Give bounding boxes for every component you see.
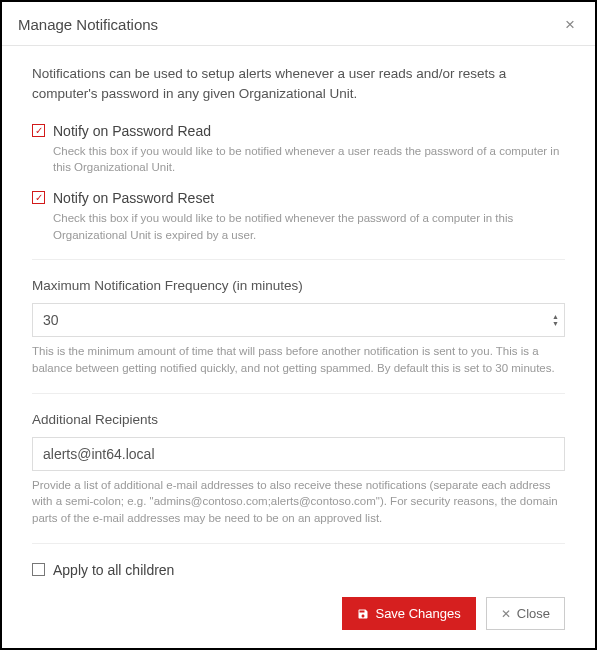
dialog-header: Manage Notifications × — [2, 2, 595, 46]
notify-reset-checkbox[interactable]: ✓ Notify on Password Reset — [32, 190, 565, 206]
dialog-footer: Save Changes ✕ Close — [2, 585, 595, 648]
apply-children-checkbox[interactable]: Apply to all children — [32, 562, 565, 578]
notify-read-help: Check this box if you would like to be n… — [53, 143, 565, 176]
dialog-body: Notifications can be used to setup alert… — [2, 46, 595, 585]
close-icon[interactable]: × — [561, 14, 579, 35]
chevron-up-icon[interactable]: ▲ — [550, 313, 561, 320]
frequency-input-wrap: ▲ ▼ — [32, 303, 565, 337]
dialog-title: Manage Notifications — [18, 16, 158, 33]
close-icon: ✕ — [501, 607, 511, 621]
close-button[interactable]: ✕ Close — [486, 597, 565, 630]
close-button-label: Close — [517, 606, 550, 621]
save-icon — [357, 608, 369, 620]
checkbox-empty-icon — [32, 563, 45, 576]
checkbox-checked-icon: ✓ — [32, 124, 45, 137]
notify-reset-help: Check this box if you would like to be n… — [53, 210, 565, 243]
apply-children-row: Apply to all children Check this box to … — [32, 562, 565, 585]
frequency-help: This is the minimum amount of time that … — [32, 343, 565, 376]
manage-notifications-dialog: Manage Notifications × Notifications can… — [2, 2, 595, 648]
recipients-label: Additional Recipients — [32, 412, 565, 427]
divider — [32, 259, 565, 260]
intro-text: Notifications can be used to setup alert… — [32, 64, 565, 105]
notify-reset-label: Notify on Password Reset — [53, 190, 214, 206]
checkbox-checked-icon: ✓ — [32, 191, 45, 204]
chevron-down-icon[interactable]: ▼ — [550, 320, 561, 327]
apply-children-label: Apply to all children — [53, 562, 174, 578]
divider — [32, 393, 565, 394]
notify-read-label: Notify on Password Read — [53, 123, 211, 139]
recipients-input[interactable] — [32, 437, 565, 471]
notify-reset-row: ✓ Notify on Password Reset Check this bo… — [32, 190, 565, 243]
notify-read-row: ✓ Notify on Password Read Check this box… — [32, 123, 565, 176]
frequency-label: Maximum Notification Frequency (in minut… — [32, 278, 565, 293]
frequency-input[interactable] — [32, 303, 565, 337]
number-stepper[interactable]: ▲ ▼ — [550, 313, 561, 327]
divider — [32, 543, 565, 544]
recipients-help: Provide a list of additional e-mail addr… — [32, 477, 565, 527]
save-button[interactable]: Save Changes — [342, 597, 475, 630]
notify-read-checkbox[interactable]: ✓ Notify on Password Read — [32, 123, 565, 139]
save-button-label: Save Changes — [375, 606, 460, 621]
